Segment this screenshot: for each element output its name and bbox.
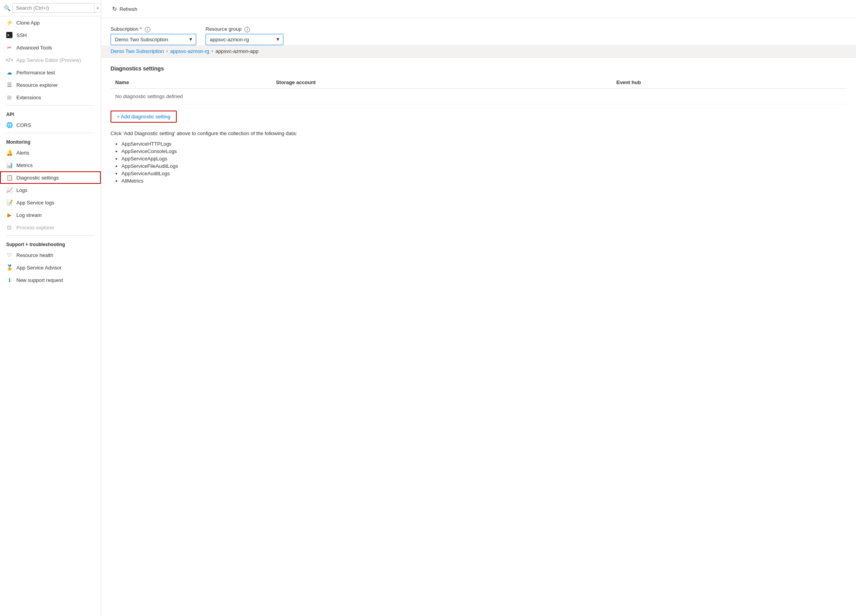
sidebar-item-label: Resource health [16, 252, 53, 258]
sidebar-item-resource-health[interactable]: ♡ Resource health [0, 249, 101, 261]
section-label-monitoring: Monitoring [0, 135, 101, 146]
resource-group-info-icon: i [244, 27, 250, 32]
toolbar: ↻ Refresh [101, 0, 856, 18]
sidebar-item-extensions[interactable]: ⊞ Extensions [0, 91, 101, 104]
resource-explorer-icon: ☰ [6, 82, 12, 88]
performance-test-icon: ☁ [6, 69, 12, 76]
table-empty-row: No diagnostic settings defined [111, 88, 847, 104]
refresh-label: Refresh [120, 6, 137, 12]
logs-icon: 📈 [6, 187, 12, 193]
table-header-row: Name Storage account Event hub [111, 76, 847, 89]
sidebar-item-label: App Service Advisor [16, 265, 62, 271]
diagnostics-section-title: Diagnostics settings [111, 65, 847, 72]
divider-monitoring [6, 133, 95, 133]
sidebar-item-label: Diagnostic settings [16, 175, 59, 181]
sidebar-item-label: Performance test [16, 70, 55, 76]
sidebar-item-label: New support request [16, 277, 63, 283]
sidebar-item-app-service-editor: </> App Service Editor (Preview) [0, 54, 101, 66]
sidebar-item-resource-explorer[interactable]: ☰ Resource explorer [0, 79, 101, 91]
resource-group-label: Resource group i [206, 26, 283, 32]
resource-group-select[interactable]: appsvc-azmon-rg [206, 34, 283, 45]
sidebar-item-label: Advanced Tools [16, 45, 52, 51]
resource-group-select-wrapper: appsvc-azmon-rg ▼ [206, 34, 283, 45]
resource-group-group: Resource group i appsvc-azmon-rg ▼ [206, 26, 283, 45]
sidebar-item-label: Logs [16, 187, 27, 193]
divider-api [6, 105, 95, 106]
sidebar-item-label: SSH [16, 32, 27, 38]
sidebar-item-label: App Service logs [16, 200, 54, 206]
editor-icon: </> [6, 57, 12, 63]
subscription-label: Subscription * i [111, 26, 196, 32]
sidebar-item-label: Metrics [16, 162, 33, 168]
col-name: Name [111, 76, 271, 89]
ssh-icon: >_ [6, 32, 12, 38]
list-item: AppServiceHTTPLogs [121, 140, 847, 148]
refresh-icon: ↻ [112, 5, 117, 12]
breadcrumb-subscription[interactable]: Demo Two Subscription [111, 48, 164, 54]
subscription-group: Subscription * i Demo Two Subscription ▼ [111, 26, 196, 45]
breadcrumb: Demo Two Subscription › appsvc-azmon-rg … [101, 45, 856, 58]
breadcrumb-sep-1: › [166, 48, 168, 54]
sidebar-item-ssh[interactable]: >_ SSH [0, 29, 101, 41]
add-setting-label: + Add diagnostic setting [117, 114, 170, 120]
search-input[interactable] [12, 3, 97, 13]
sidebar-item-performance-test[interactable]: ☁ Performance test [0, 66, 101, 79]
list-item: AppServiceFileAuditLogs [121, 162, 847, 170]
resource-health-icon: ♡ [6, 252, 12, 258]
sidebar-item-label: Process explorer [16, 225, 54, 231]
breadcrumb-sep-2: › [211, 48, 213, 54]
clone-app-icon: ⚡ [6, 19, 12, 26]
list-item: AppServiceAppLogs [121, 155, 847, 162]
sidebar-item-process-explorer: ⊡ Process explorer [0, 221, 101, 234]
sidebar: 🔍 « ⚡ Clone App >_ SSH ✂ Advanced Tools … [0, 0, 101, 616]
empty-message: No diagnostic settings defined [111, 88, 847, 104]
breadcrumb-resource-group[interactable]: appsvc-azmon-rg [170, 48, 209, 54]
sidebar-item-logs[interactable]: 📈 Logs [0, 184, 101, 196]
sidebar-item-log-stream[interactable]: ▶ Log stream [0, 209, 101, 221]
cors-icon: 🌐 [6, 122, 12, 128]
sidebar-item-cors[interactable]: 🌐 CORS [0, 119, 101, 131]
list-item: AppServiceConsoleLogs [121, 148, 847, 155]
info-text: Click 'Add Diagnostic setting' above to … [111, 130, 847, 136]
alerts-icon: 🔔 [6, 150, 12, 156]
add-diagnostic-setting-button[interactable]: + Add diagnostic setting [111, 111, 177, 123]
log-stream-icon: ▶ [6, 212, 12, 218]
sidebar-item-label: Alerts [16, 150, 29, 156]
col-event-hub: Event hub [612, 76, 847, 89]
main-panel: ↻ Refresh Subscription * i Demo Two Subs… [101, 0, 856, 616]
sidebar-item-advanced-tools[interactable]: ✂ Advanced Tools [0, 41, 101, 54]
extensions-icon: ⊞ [6, 94, 12, 100]
collapse-sidebar-button[interactable]: « [94, 3, 101, 12]
sidebar-item-clone-app[interactable]: ⚡ Clone App [0, 16, 101, 29]
process-explorer-icon: ⊡ [6, 224, 12, 231]
diagnostic-settings-icon: 📋 [6, 174, 12, 181]
refresh-button[interactable]: ↻ Refresh [109, 4, 141, 14]
sidebar-item-alerts[interactable]: 🔔 Alerts [0, 146, 101, 159]
col-storage: Storage account [271, 76, 612, 89]
subscription-select-wrapper: Demo Two Subscription ▼ [111, 34, 196, 45]
required-marker: * [140, 26, 142, 32]
sidebar-item-app-service-advisor[interactable]: 🏅 App Service Advisor [0, 261, 101, 274]
list-item: AppServiceAuditLogs [121, 170, 847, 177]
section-label-api: API [0, 107, 101, 119]
sidebar-item-label: Extensions [16, 95, 41, 100]
list-item: AllMetrics [121, 177, 847, 185]
app-service-logs-icon: 📝 [6, 199, 12, 206]
sidebar-item-label: CORS [16, 122, 31, 128]
subscription-select[interactable]: Demo Two Subscription [111, 34, 196, 45]
advanced-tools-icon: ✂ [6, 44, 12, 51]
sidebar-item-metrics[interactable]: 📊 Metrics [0, 159, 101, 171]
metrics-icon: 📊 [6, 162, 12, 168]
sidebar-item-label: Clone App [16, 20, 40, 26]
sidebar-item-new-support-request[interactable]: ℹ New support request [0, 274, 101, 286]
divider-support [6, 235, 95, 236]
sidebar-item-diagnostic-settings[interactable]: 📋 Diagnostic settings [0, 171, 101, 184]
filter-row: Subscription * i Demo Two Subscription ▼… [111, 26, 847, 45]
search-icon: 🔍 [4, 5, 10, 11]
breadcrumb-app: appsvc-azmon-app [215, 48, 258, 54]
diagnostics-table: Name Storage account Event hub No diagno… [111, 76, 847, 104]
new-support-request-icon: ℹ [6, 277, 12, 283]
subscription-info-icon: i [145, 27, 150, 32]
main-content: Subscription * i Demo Two Subscription ▼… [101, 18, 856, 616]
sidebar-item-app-service-logs[interactable]: 📝 App Service logs [0, 196, 101, 209]
